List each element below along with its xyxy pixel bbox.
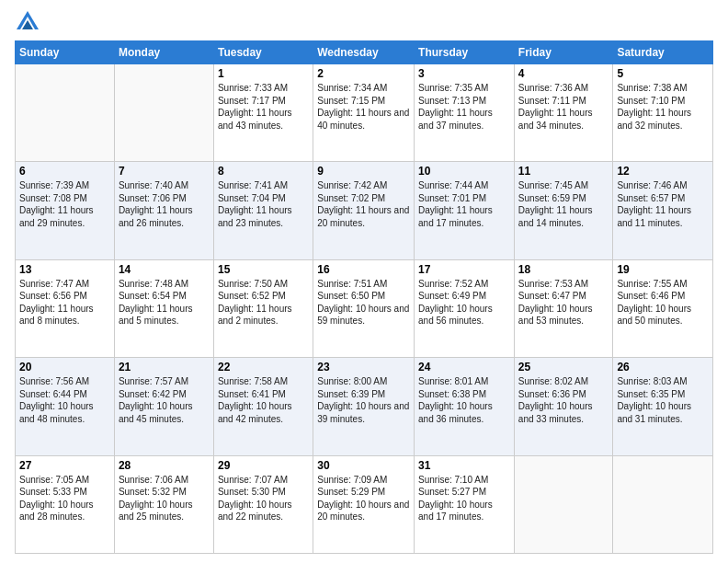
calendar-cell: 4Sunrise: 7:36 AM Sunset: 7:11 PM Daylig… — [514, 64, 613, 162]
day-info: Sunrise: 7:44 AM Sunset: 7:01 PM Dayligh… — [418, 179, 510, 229]
day-number: 25 — [518, 361, 609, 373]
day-info: Sunrise: 7:52 AM Sunset: 6:49 PM Dayligh… — [418, 278, 510, 327]
calendar-cell: 18Sunrise: 7:53 AM Sunset: 6:47 PM Dayli… — [514, 259, 613, 357]
day-number: 26 — [617, 361, 709, 373]
day-info: Sunrise: 7:47 AM Sunset: 6:56 PM Dayligh… — [19, 278, 110, 327]
calendar-week-3: 13Sunrise: 7:47 AM Sunset: 6:56 PM Dayli… — [16, 259, 713, 357]
calendar-cell: 6Sunrise: 7:39 AM Sunset: 7:08 PM Daylig… — [16, 162, 115, 259]
day-info: Sunrise: 7:50 AM Sunset: 6:52 PM Dayligh… — [218, 278, 309, 327]
day-number: 19 — [617, 263, 709, 276]
weekday-header-wednesday: Wednesday — [313, 41, 415, 64]
day-number: 14 — [119, 263, 210, 276]
calendar-cell: 9Sunrise: 7:42 AM Sunset: 7:02 PM Daylig… — [313, 162, 415, 259]
day-info: Sunrise: 7:40 AM Sunset: 7:06 PM Dayligh… — [119, 179, 210, 229]
day-number: 1 — [218, 67, 309, 80]
calendar-cell: 30Sunrise: 7:09 AM Sunset: 5:29 PM Dayli… — [313, 455, 415, 553]
day-info: Sunrise: 7:36 AM Sunset: 7:11 PM Dayligh… — [518, 82, 609, 132]
day-info: Sunrise: 7:51 AM Sunset: 6:50 PM Dayligh… — [317, 278, 410, 327]
day-number: 3 — [418, 67, 510, 80]
calendar-cell: 21Sunrise: 7:57 AM Sunset: 6:42 PM Dayli… — [114, 358, 213, 455]
day-number: 17 — [418, 263, 510, 276]
calendar-cell: 8Sunrise: 7:41 AM Sunset: 7:04 PM Daylig… — [213, 162, 313, 259]
day-info: Sunrise: 7:42 AM Sunset: 7:02 PM Dayligh… — [317, 179, 410, 229]
weekday-header-saturday: Saturday — [613, 41, 713, 64]
day-info: Sunrise: 7:45 AM Sunset: 6:59 PM Dayligh… — [518, 179, 609, 229]
day-number: 5 — [617, 67, 709, 80]
day-number: 22 — [218, 361, 309, 373]
calendar-week-4: 20Sunrise: 7:56 AM Sunset: 6:44 PM Dayli… — [16, 358, 713, 455]
calendar-cell: 24Sunrise: 8:01 AM Sunset: 6:38 PM Dayli… — [415, 358, 515, 455]
calendar-cell — [16, 64, 115, 162]
day-number: 10 — [418, 165, 510, 178]
day-info: Sunrise: 8:00 AM Sunset: 6:39 PM Dayligh… — [317, 375, 410, 425]
day-number: 24 — [418, 361, 510, 373]
day-info: Sunrise: 7:56 AM Sunset: 6:44 PM Dayligh… — [19, 375, 110, 425]
page: SundayMondayTuesdayWednesdayThursdayFrid… — [0, 0, 728, 563]
calendar-header-row: SundayMondayTuesdayWednesdayThursdayFrid… — [16, 41, 713, 64]
day-info: Sunrise: 7:33 AM Sunset: 7:17 PM Dayligh… — [218, 82, 309, 132]
day-info: Sunrise: 7:39 AM Sunset: 7:08 PM Dayligh… — [19, 179, 110, 229]
day-info: Sunrise: 7:05 AM Sunset: 5:33 PM Dayligh… — [19, 474, 110, 523]
day-number: 28 — [119, 459, 210, 472]
weekday-header-sunday: Sunday — [16, 41, 115, 64]
day-number: 20 — [19, 361, 110, 373]
day-number: 8 — [218, 165, 309, 178]
weekday-header-tuesday: Tuesday — [213, 41, 313, 64]
calendar-cell: 27Sunrise: 7:05 AM Sunset: 5:33 PM Dayli… — [16, 455, 115, 553]
calendar-cell: 11Sunrise: 7:45 AM Sunset: 6:59 PM Dayli… — [514, 162, 613, 259]
day-number: 2 — [317, 67, 410, 80]
day-info: Sunrise: 7:10 AM Sunset: 5:27 PM Dayligh… — [418, 474, 510, 523]
calendar-cell: 17Sunrise: 7:52 AM Sunset: 6:49 PM Dayli… — [415, 259, 515, 357]
calendar-week-2: 6Sunrise: 7:39 AM Sunset: 7:08 PM Daylig… — [16, 162, 713, 259]
day-info: Sunrise: 7:57 AM Sunset: 6:42 PM Dayligh… — [119, 375, 210, 425]
calendar-cell: 2Sunrise: 7:34 AM Sunset: 7:15 PM Daylig… — [313, 64, 415, 162]
day-number: 29 — [218, 459, 309, 472]
day-info: Sunrise: 7:41 AM Sunset: 7:04 PM Dayligh… — [218, 179, 309, 229]
calendar-cell: 10Sunrise: 7:44 AM Sunset: 7:01 PM Dayli… — [415, 162, 515, 259]
day-number: 16 — [317, 263, 410, 276]
day-number: 11 — [518, 165, 609, 178]
day-info: Sunrise: 7:34 AM Sunset: 7:15 PM Dayligh… — [317, 82, 410, 132]
calendar-cell: 5Sunrise: 7:38 AM Sunset: 7:10 PM Daylig… — [613, 64, 713, 162]
calendar-cell: 19Sunrise: 7:55 AM Sunset: 6:46 PM Dayli… — [613, 259, 713, 357]
logo-icon — [15, 9, 40, 35]
calendar-cell: 26Sunrise: 8:03 AM Sunset: 6:35 PM Dayli… — [613, 358, 713, 455]
day-info: Sunrise: 7:38 AM Sunset: 7:10 PM Dayligh… — [617, 82, 709, 132]
day-number: 31 — [418, 459, 510, 472]
calendar-cell: 13Sunrise: 7:47 AM Sunset: 6:56 PM Dayli… — [16, 259, 115, 357]
calendar-cell — [613, 455, 713, 553]
calendar-cell: 3Sunrise: 7:35 AM Sunset: 7:13 PM Daylig… — [415, 64, 515, 162]
day-number: 6 — [19, 165, 110, 178]
calendar-cell — [514, 455, 613, 553]
calendar-cell: 23Sunrise: 8:00 AM Sunset: 6:39 PM Dayli… — [313, 358, 415, 455]
calendar-cell: 20Sunrise: 7:56 AM Sunset: 6:44 PM Dayli… — [16, 358, 115, 455]
calendar-cell — [114, 64, 213, 162]
day-number: 9 — [317, 165, 410, 178]
weekday-header-thursday: Thursday — [415, 41, 515, 64]
day-info: Sunrise: 7:46 AM Sunset: 6:57 PM Dayligh… — [617, 179, 709, 229]
calendar-cell: 29Sunrise: 7:07 AM Sunset: 5:30 PM Dayli… — [213, 455, 313, 553]
calendar-cell: 1Sunrise: 7:33 AM Sunset: 7:17 PM Daylig… — [213, 64, 313, 162]
calendar-week-5: 27Sunrise: 7:05 AM Sunset: 5:33 PM Dayli… — [16, 455, 713, 553]
day-number: 4 — [518, 67, 609, 80]
day-info: Sunrise: 7:07 AM Sunset: 5:30 PM Dayligh… — [218, 474, 309, 523]
day-number: 13 — [19, 263, 110, 276]
calendar-cell: 25Sunrise: 8:02 AM Sunset: 6:36 PM Dayli… — [514, 358, 613, 455]
day-info: Sunrise: 7:58 AM Sunset: 6:41 PM Dayligh… — [218, 375, 309, 425]
calendar-cell: 14Sunrise: 7:48 AM Sunset: 6:54 PM Dayli… — [114, 259, 213, 357]
day-number: 15 — [218, 263, 309, 276]
day-info: Sunrise: 8:02 AM Sunset: 6:36 PM Dayligh… — [518, 375, 609, 425]
calendar-cell: 7Sunrise: 7:40 AM Sunset: 7:06 PM Daylig… — [114, 162, 213, 259]
day-number: 18 — [518, 263, 609, 276]
calendar-cell: 31Sunrise: 7:10 AM Sunset: 5:27 PM Dayli… — [415, 455, 515, 553]
day-number: 12 — [617, 165, 709, 178]
calendar-cell: 15Sunrise: 7:50 AM Sunset: 6:52 PM Dayli… — [213, 259, 313, 357]
day-number: 23 — [317, 361, 410, 373]
calendar-cell: 16Sunrise: 7:51 AM Sunset: 6:50 PM Dayli… — [313, 259, 415, 357]
logo — [15, 9, 44, 35]
day-info: Sunrise: 7:48 AM Sunset: 6:54 PM Dayligh… — [119, 278, 210, 327]
calendar-table: SundayMondayTuesdayWednesdayThursdayFrid… — [15, 40, 713, 554]
day-number: 27 — [19, 459, 110, 472]
day-number: 7 — [119, 165, 210, 178]
weekday-header-friday: Friday — [514, 41, 613, 64]
